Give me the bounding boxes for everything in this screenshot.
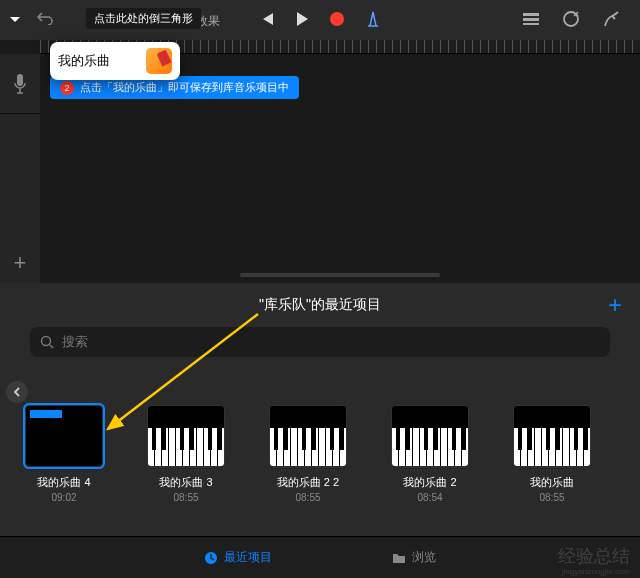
annotation-badge: 2 — [60, 81, 74, 95]
tracks-view-button[interactable] — [522, 12, 540, 30]
browser-panel: "库乐队"的最近项目 + 搜索 我的乐曲 4 09:02 我的乐曲 3 08:5… — [0, 283, 640, 578]
annotation-triangle: 点击此处的倒三角形 — [86, 8, 201, 29]
svg-point-6 — [42, 337, 51, 346]
svg-point-0 — [330, 12, 344, 26]
search-placeholder: 搜索 — [62, 333, 88, 351]
clock-icon — [204, 551, 218, 565]
projects-grid: 我的乐曲 4 09:02 我的乐曲 3 08:55 我的乐曲 2 2 08:55… — [0, 365, 640, 503]
garageband-icon — [146, 48, 172, 74]
undo-button[interactable] — [36, 11, 54, 29]
project-time: 08:55 — [173, 492, 198, 503]
rewind-button[interactable] — [259, 12, 275, 26]
metronome-button[interactable] — [365, 10, 381, 28]
project-item[interactable]: 我的乐曲 2 2 08:55 — [264, 405, 352, 503]
svg-rect-3 — [523, 23, 539, 25]
project-name: 我的乐曲 — [530, 475, 574, 490]
project-thumbnail — [513, 405, 591, 467]
svg-rect-2 — [523, 18, 539, 21]
project-time: 09:02 — [51, 492, 76, 503]
tab-recent[interactable]: 最近项目 — [204, 549, 272, 566]
browser-tabs: 最近项目 浏览 — [0, 536, 640, 578]
loop-browser-button[interactable] — [562, 10, 580, 32]
search-input[interactable]: 搜索 — [30, 327, 610, 357]
record-button[interactable] — [329, 11, 345, 27]
project-thumbnail — [25, 405, 103, 467]
project-time: 08:55 — [539, 492, 564, 503]
project-name: 我的乐曲 2 2 — [277, 475, 339, 490]
song-popup-title: 我的乐曲 — [58, 52, 110, 70]
search-icon — [40, 335, 54, 349]
project-name: 我的乐曲 4 — [37, 475, 90, 490]
toolbar: 点击此处的倒三角形 效果 — [0, 0, 640, 40]
project-item[interactable]: 我的乐曲 4 09:02 — [20, 405, 108, 503]
project-name: 我的乐曲 3 — [159, 475, 212, 490]
folder-icon — [392, 552, 406, 564]
svg-rect-5 — [17, 74, 23, 86]
menu-triangle-button[interactable] — [8, 13, 22, 27]
play-button[interactable] — [295, 11, 309, 27]
editor-panel: 点击此处的倒三角形 效果 我的乐曲 2 点击「我的乐曲」即可保存到库音乐项目中 … — [0, 0, 640, 283]
song-popup[interactable]: 我的乐曲 — [50, 42, 180, 80]
project-time: 08:55 — [295, 492, 320, 503]
project-item[interactable]: 我的乐曲 08:55 — [508, 405, 596, 503]
settings-button[interactable] — [602, 10, 620, 32]
project-name: 我的乐曲 2 — [403, 475, 456, 490]
playback-controls — [259, 10, 381, 28]
project-item[interactable]: 我的乐曲 2 08:54 — [386, 405, 474, 503]
scrollbar[interactable] — [240, 273, 440, 277]
add-project-button[interactable]: + — [608, 291, 622, 319]
add-track-button[interactable]: + — [0, 243, 40, 283]
browser-title: "库乐队"的最近项目 — [259, 296, 381, 314]
project-thumbnail — [391, 405, 469, 467]
project-thumbnail — [269, 405, 347, 467]
mic-track-header[interactable] — [0, 54, 40, 114]
tab-browse[interactable]: 浏览 — [392, 549, 436, 566]
project-thumbnail — [147, 405, 225, 467]
project-item[interactable]: 我的乐曲 3 08:55 — [142, 405, 230, 503]
track-headers: + — [0, 54, 40, 283]
svg-rect-1 — [523, 13, 539, 16]
project-time: 08:54 — [417, 492, 442, 503]
